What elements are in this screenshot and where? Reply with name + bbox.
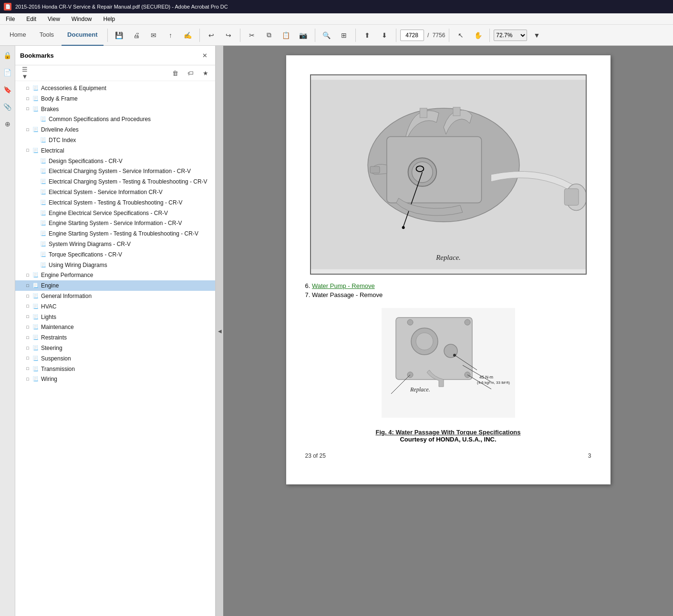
document-area: Replace. 6. Water Pump - Remove 7. Water…: [223, 46, 673, 616]
svg-point-25: [407, 319, 413, 325]
bm-label-body-frame: Body & Frame: [41, 94, 211, 103]
bm-icon-torque-specs: 📃: [39, 251, 47, 258]
bm-item-wiring[interactable]: □ 📃 Wiring: [15, 374, 215, 384]
bm-label-dtc: DTC Index: [49, 136, 211, 144]
bm-icon-brakes: 📃: [31, 105, 39, 113]
bm-delete-btn[interactable]: 🗑: [169, 67, 181, 79]
save-button[interactable]: 💾: [112, 28, 127, 43]
clipboard-button[interactable]: 📋: [279, 28, 294, 43]
bm-toggle-common-specs: [32, 115, 38, 123]
bm-item-engine-elec-specs[interactable]: 📃 Engine Electrical Service Specificatio…: [15, 208, 215, 218]
bm-item-common-specs[interactable]: 📃 Common Specifications and Procedures: [15, 114, 215, 124]
toolbar-sep-5: [355, 29, 356, 42]
camera-button[interactable]: 📷: [296, 28, 311, 43]
menu-file[interactable]: File: [4, 15, 17, 23]
bm-item-using-wiring[interactable]: 📃 Using Wiring Diagrams: [15, 260, 215, 270]
bm-toggle-brakes: □: [25, 105, 31, 113]
caption-link[interactable]: Fig. 4: Water Passage With Torque Specif…: [376, 429, 521, 436]
bm-item-accessories[interactable]: □ 📃 Accessories & Equipment: [15, 83, 215, 93]
bm-tag-btn[interactable]: 🏷: [185, 67, 196, 79]
upload-button[interactable]: ⬆: [360, 28, 375, 43]
bm-label-brakes: Brakes: [41, 105, 211, 113]
tab-document[interactable]: Document: [62, 25, 104, 46]
bookmarks-close[interactable]: ✕: [199, 50, 210, 61]
bm-item-elec-system-testing[interactable]: 📃 Electrical System - Testing & Troubles…: [15, 197, 215, 208]
step-6-link[interactable]: Water Pump - Remove: [312, 282, 375, 289]
bm-label-elec-charging-testing: Electrical Charging System - Testing & T…: [49, 177, 211, 186]
copy-button[interactable]: ⧉: [261, 28, 277, 43]
svg-text:Replace.: Replace.: [435, 254, 461, 261]
grid-button[interactable]: ⊞: [336, 28, 352, 43]
panel-collapse-handle[interactable]: ◀: [216, 46, 223, 616]
side-layers-icon[interactable]: ⊕: [2, 118, 13, 130]
side-pages-icon[interactable]: 📄: [2, 67, 13, 78]
bm-item-engine-starting-service[interactable]: 📃 Engine Starting System - Service Infor…: [15, 218, 215, 228]
bm-label-elec-system-service: Electrical System - Service Information …: [49, 188, 211, 196]
bm-item-dtc[interactable]: 📃 DTC Index: [15, 135, 215, 145]
search-button[interactable]: 🔍: [319, 28, 334, 43]
bm-toggle-dtc: [32, 136, 38, 144]
bm-label-lights: Lights: [41, 313, 211, 321]
bm-menu-btn[interactable]: ☰ ▼: [19, 67, 31, 79]
bm-toggle-system-wiring: [32, 240, 38, 248]
cursor-tool[interactable]: ↖: [453, 28, 468, 43]
bm-toggle-elec-system-service: [32, 188, 38, 196]
bm-label-engine: Engine: [41, 281, 211, 290]
bm-item-body-frame[interactable]: □ 📃 Body & Frame: [15, 93, 215, 104]
bm-item-maintenance[interactable]: □ 📃 Maintenance: [15, 322, 215, 332]
bm-item-elec-charging-service[interactable]: 📃 Electrical Charging System - Service I…: [15, 166, 215, 176]
bm-icon-common-specs: 📃: [39, 115, 47, 123]
bm-item-driveline[interactable]: □ 📃 Driveline Axles: [15, 124, 215, 135]
page-input[interactable]: [400, 30, 424, 41]
bm-item-steering[interactable]: □ 📃 Steering: [15, 343, 215, 353]
bm-item-system-wiring[interactable]: 📃 System Wiring Diagrams - CR-V: [15, 239, 215, 249]
bm-label-engine-starting-service: Engine Starting System - Service Informa…: [49, 219, 211, 227]
bm-icon-restraints: 📃: [31, 334, 39, 341]
print-button[interactable]: 🖨: [129, 28, 144, 43]
title-bar: 📄 2015-2016 Honda CR-V Service & Repair …: [0, 0, 673, 13]
menu-window[interactable]: Window: [70, 15, 94, 23]
bm-item-engine-performance[interactable]: □ 📃 Engine Performance: [15, 270, 215, 280]
bm-toggle-restraints: □: [25, 334, 31, 341]
bm-item-general-info[interactable]: □ 📃 General Information: [15, 291, 215, 301]
step-7: 7. Water Passage - Remove: [305, 291, 591, 298]
undo-button[interactable]: ↩: [204, 28, 219, 43]
bm-item-elec-charging-testing[interactable]: 📃 Electrical Charging System - Testing &…: [15, 176, 215, 187]
bm-item-elec-system-service[interactable]: 📃 Electrical System - Service Informatio…: [15, 187, 215, 197]
svg-rect-10: [370, 166, 380, 173]
bm-item-suspension[interactable]: □ 📃 Suspension: [15, 353, 215, 364]
zoom-dropdown[interactable]: ▼: [529, 28, 544, 43]
toolbar-sep-7: [449, 29, 449, 42]
bm-item-restraints[interactable]: □ 📃 Restraints: [15, 332, 215, 343]
toolbar-sep-8: [489, 29, 490, 42]
share-button[interactable]: ↑: [163, 28, 178, 43]
bm-item-lights[interactable]: □ 📃 Lights: [15, 312, 215, 322]
bm-star-btn[interactable]: ★: [200, 67, 211, 79]
side-clip-icon[interactable]: 📎: [2, 101, 13, 113]
bm-item-hvac[interactable]: □ 📃 HVAC: [15, 301, 215, 312]
tab-home[interactable]: Home: [4, 25, 32, 46]
side-bookmarks-icon[interactable]: 🔖: [2, 84, 13, 95]
bm-item-torque-specs[interactable]: 📃 Torque Specifications - CR-V: [15, 249, 215, 260]
bm-item-engine-starting-testing[interactable]: 📃 Engine Starting System - Testing & Tro…: [15, 228, 215, 239]
hand-tool[interactable]: ✋: [470, 28, 486, 43]
bm-label-engine-elec-specs: Engine Electrical Service Specifications…: [49, 209, 211, 217]
tab-tools[interactable]: Tools: [34, 25, 60, 46]
bm-icon-body-frame: 📃: [31, 95, 39, 103]
zoom-select[interactable]: 72.7% 50% 100% 150%: [494, 30, 527, 41]
bm-item-engine[interactable]: □ 📃 Engine: [15, 280, 215, 291]
bm-item-electrical[interactable]: □ 📃 Electrical: [15, 145, 215, 156]
cut-button[interactable]: ✂: [244, 28, 259, 43]
menu-view[interactable]: View: [46, 15, 62, 23]
mail-button[interactable]: ✉: [146, 28, 161, 43]
bookmarks-toolbar: ☰ ▼ 🗑 🏷 ★: [15, 65, 215, 81]
sign-button[interactable]: ✍: [180, 28, 196, 43]
bm-item-transmission[interactable]: □ 📃 Transmission: [15, 364, 215, 374]
menu-edit[interactable]: Edit: [24, 15, 38, 23]
bm-item-brakes[interactable]: □ 📃 Brakes: [15, 104, 215, 114]
download-button[interactable]: ⬇: [377, 28, 392, 43]
menu-help[interactable]: Help: [102, 15, 117, 23]
bm-item-design-specs[interactable]: 📃 Design Specifications - CR-V: [15, 156, 215, 166]
side-lock-icon[interactable]: 🔒: [2, 50, 13, 61]
redo-button[interactable]: ↪: [221, 28, 236, 43]
